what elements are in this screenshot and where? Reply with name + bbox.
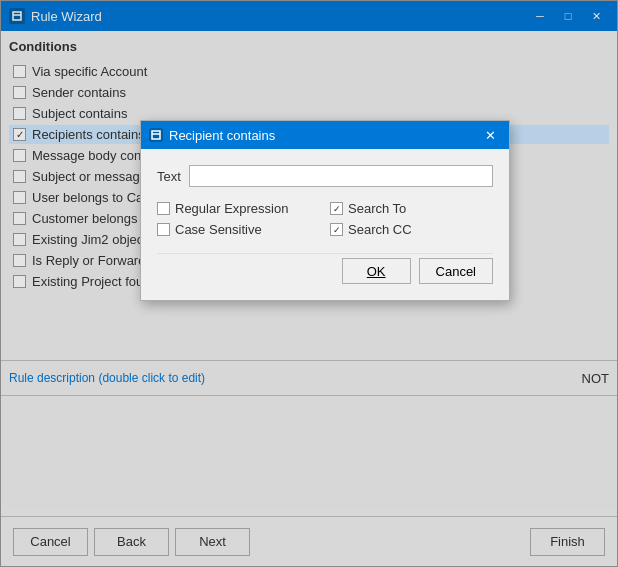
checkbox-regular-expression [157,202,170,215]
text-field-label: Text [157,169,181,184]
dialog-footer: OK Cancel [157,253,493,284]
dialog-cancel-button[interactable]: Cancel [419,258,493,284]
checkbox-search-cc: ✓ [330,223,343,236]
checkbox-label-case-sensitive: Case Sensitive [175,222,262,237]
option-regular-expression[interactable]: Regular Expression [157,201,320,216]
text-input[interactable] [189,165,493,187]
checkbox-case-sensitive [157,223,170,236]
recipient-contains-dialog: Recipient contains ✕ Text Regular Expres… [140,120,510,301]
dialog-close-button[interactable]: ✕ [479,126,501,144]
option-search-to[interactable]: ✓Search To [330,201,493,216]
checkbox-label-search-cc: Search CC [348,222,412,237]
text-row: Text [157,165,493,187]
dialog-title-bar: Recipient contains ✕ [141,121,509,149]
modal-overlay: Recipient contains ✕ Text Regular Expres… [0,0,618,567]
checkbox-label-search-to: Search To [348,201,406,216]
checkbox-search-to: ✓ [330,202,343,215]
option-search-cc[interactable]: ✓Search CC [330,222,493,237]
checkbox-label-regular-expression: Regular Expression [175,201,288,216]
dialog-ok-button[interactable]: OK [342,258,411,284]
options-grid: Regular Expression✓Search ToCase Sensiti… [157,201,493,237]
option-case-sensitive[interactable]: Case Sensitive [157,222,320,237]
svg-rect-2 [152,131,160,139]
dialog-title: Recipient contains [169,128,479,143]
dialog-icon [149,128,163,142]
dialog-body: Text Regular Expression✓Search ToCase Se… [141,149,509,300]
